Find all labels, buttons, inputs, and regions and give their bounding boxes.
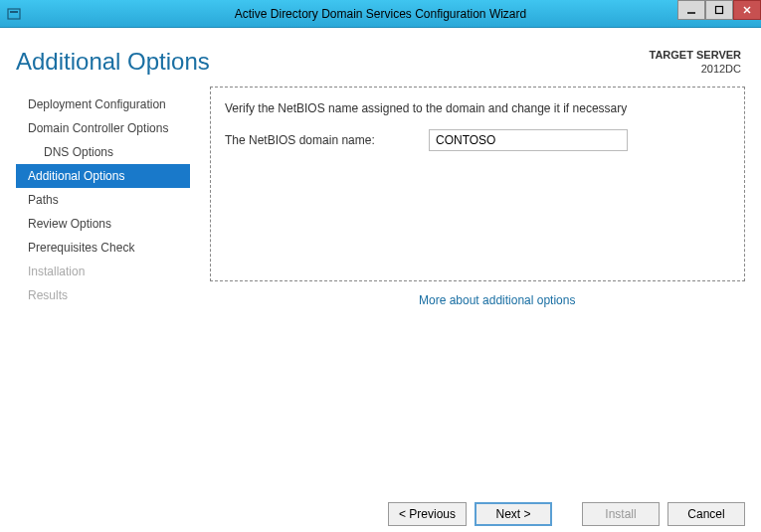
target-server: TARGET SERVER 2012DC — [650, 48, 742, 77]
app-icon — [6, 6, 22, 22]
cancel-button[interactable]: Cancel — [667, 502, 745, 526]
netbios-input[interactable] — [429, 129, 628, 151]
maximize-button[interactable] — [705, 0, 733, 20]
main: Deployment Configuration Domain Controll… — [0, 87, 761, 307]
footer: < Previous Next > Install Cancel — [372, 494, 761, 532]
sidebar-item-domain-controller-options[interactable]: Domain Controller Options — [16, 116, 190, 140]
header: Additional Options TARGET SERVER 2012DC — [0, 28, 761, 87]
netbios-row: The NetBIOS domain name: — [225, 129, 730, 151]
page-title: Additional Options — [16, 48, 210, 77]
target-server-value: 2012DC — [650, 62, 742, 76]
sidebar-item-review-options[interactable]: Review Options — [16, 212, 190, 236]
sidebar-item-deployment-configuration[interactable]: Deployment Configuration — [16, 92, 190, 116]
sidebar-item-dns-options[interactable]: DNS Options — [16, 140, 190, 164]
svg-rect-0 — [8, 9, 20, 19]
window-title: Active Directory Domain Services Configu… — [235, 7, 526, 21]
sidebar-item-installation: Installation — [16, 260, 190, 283]
titlebar: Active Directory Domain Services Configu… — [0, 0, 761, 28]
content-panel: Verify the NetBIOS name assigned to the … — [210, 87, 745, 281]
minimize-button[interactable] — [677, 0, 705, 20]
close-button[interactable] — [733, 0, 761, 20]
sidebar-item-results: Results — [16, 283, 190, 307]
target-server-label: TARGET SERVER — [650, 48, 742, 62]
next-button[interactable]: Next > — [475, 502, 552, 526]
sidebar-item-additional-options[interactable]: Additional Options — [16, 164, 190, 188]
sidebar-item-prerequisites-check[interactable]: Prerequisites Check — [16, 236, 190, 260]
svg-rect-1 — [10, 11, 18, 13]
netbios-label: The NetBIOS domain name: — [225, 133, 419, 147]
install-button[interactable]: Install — [582, 502, 660, 526]
instruction-text: Verify the NetBIOS name assigned to the … — [225, 101, 730, 115]
sidebar-item-paths[interactable]: Paths — [16, 188, 190, 212]
svg-rect-3 — [716, 7, 723, 14]
previous-button[interactable]: < Previous — [388, 502, 467, 526]
sidebar: Deployment Configuration Domain Controll… — [16, 87, 190, 307]
more-about-link[interactable]: More about additional options — [419, 293, 745, 307]
window-controls — [677, 0, 761, 20]
